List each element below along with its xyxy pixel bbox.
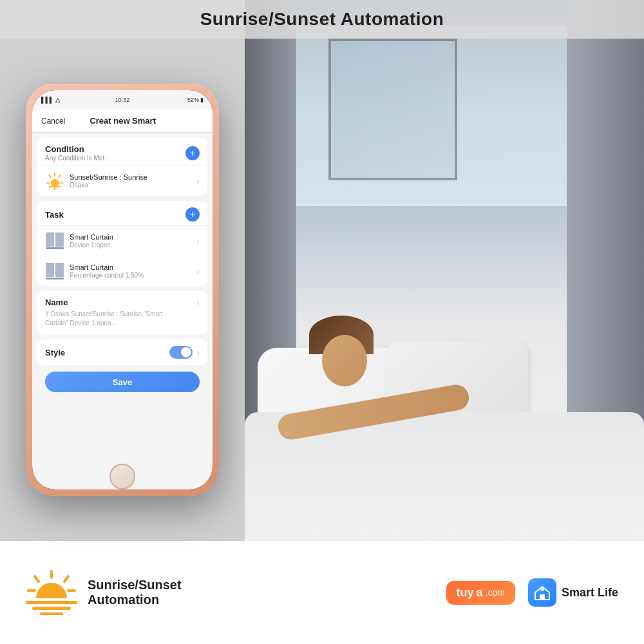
task-card: Task + <box>37 201 207 286</box>
task-chevron-2: › <box>196 266 200 276</box>
status-time: 10:32 <box>115 97 130 103</box>
task-item-2-sub: Percentage control 1:50% <box>70 272 196 279</box>
task-item-2-title: Smart Curtain <box>70 263 196 271</box>
svg-point-22 <box>540 587 544 591</box>
nav-bar: Cancel Creat new Smart <box>32 109 213 133</box>
screen-content: Condition Any Condition Is Met · + <box>32 133 213 404</box>
condition-item-sunrise[interactable]: Sunset/Sunrise : Sunrise Osaka › <box>37 166 207 196</box>
condition-item-sub: Osaka <box>70 182 196 189</box>
svg-rect-13 <box>46 278 64 279</box>
name-value: If Osaka Sunset/Sunrise : Sunrise,"Smart… <box>45 310 187 328</box>
tuya-text: tuy <box>457 586 474 600</box>
condition-item-title: Sunset/Sunrise : Sunrise <box>70 173 196 181</box>
task-header: Task + <box>37 201 207 225</box>
sunrise-icon <box>45 171 64 191</box>
add-condition-button[interactable]: + <box>185 146 200 160</box>
toggle-knob <box>181 347 191 357</box>
chevron-icon: › <box>196 176 200 186</box>
svg-rect-10 <box>46 247 64 249</box>
curtain-icon-1 <box>45 231 64 251</box>
task-chevron-1: › <box>196 236 200 246</box>
style-label: Style <box>45 348 65 357</box>
task-item-1-title: Smart Curtain <box>70 233 196 241</box>
svg-rect-20 <box>32 607 71 610</box>
phone-screen-outer: ▌▌▌ △ 10:32 52% ▮ Cancel Creat new Smart <box>32 90 213 489</box>
bedroom-background <box>245 0 644 541</box>
add-task-button[interactable]: + <box>185 207 200 222</box>
condition-header: Condition Any Condition Is Met · + <box>37 138 207 166</box>
task-item-1[interactable]: Smart Curtain Device 1:open › <box>37 225 207 256</box>
task-item-2-text: Smart Curtain Percentage control 1:50% <box>70 263 196 279</box>
title-bar: Sunrise/Sunset Automation <box>0 0 644 39</box>
name-content: Name If Osaka Sunset/Sunrise : Sunrise,"… <box>45 298 187 328</box>
svg-line-5 <box>49 175 51 177</box>
signal-icon: ▌▌▌ △ <box>41 97 60 103</box>
bedroom-area <box>245 0 644 541</box>
task-title: Task <box>45 210 64 220</box>
svg-rect-8 <box>46 232 54 247</box>
name-section: Name If Osaka Sunset/Sunrise : Sunrise,"… <box>37 291 207 334</box>
tuya-logo: tuy a .com <box>446 581 515 605</box>
svg-rect-21 <box>40 612 63 615</box>
sunrise-text-block: Sunrise/Sunset Automation <box>88 578 182 607</box>
window-area <box>296 26 567 206</box>
status-bar: ▌▌▌ △ 10:32 52% ▮ <box>32 90 213 109</box>
home-button[interactable] <box>109 464 135 489</box>
task-item-1-sub: Device 1:open <box>70 242 196 249</box>
smart-life-icon <box>528 578 556 607</box>
task-item-1-text: Smart Curtain Device 1:open <box>70 233 196 249</box>
top-section: Sunrise/Sunset Automation ▌▌▌ △ 10:32 52… <box>0 0 644 541</box>
left-area: Sunrise/Sunset Automation ▌▌▌ △ 10:32 52… <box>0 0 245 541</box>
condition-title: Condition <box>45 144 108 154</box>
phone-screen[interactable]: Cancel Creat new Smart Condition Any Con… <box>32 109 213 489</box>
svg-point-0 <box>51 179 59 187</box>
sunrise-logo-area: Sunrise/Sunset Automation <box>26 570 182 615</box>
svg-line-16 <box>64 576 68 582</box>
bottom-section: Sunrise/Sunset Automation tuy a .com Sma… <box>0 541 644 644</box>
condition-card: Condition Any Condition Is Met · + <box>37 138 207 196</box>
battery-indicator: 52% ▮ <box>187 97 204 103</box>
style-right: › <box>169 346 200 359</box>
phone-mockup: ▌▌▌ △ 10:32 52% ▮ Cancel Creat new Smart <box>26 84 219 496</box>
brand-logos: tuy a .com Smart Life <box>446 578 618 607</box>
task-title-group: Task <box>45 210 64 220</box>
condition-item-text: Sunset/Sunrise : Sunrise Osaka <box>70 173 196 189</box>
svg-line-15 <box>35 576 39 582</box>
tuya-domain: .com <box>486 587 505 598</box>
person-head <box>322 335 367 386</box>
svg-rect-9 <box>55 232 64 247</box>
svg-line-6 <box>59 175 61 177</box>
style-section: Style › <box>37 339 207 365</box>
smart-life-text: Smart Life <box>562 586 618 600</box>
svg-rect-12 <box>55 263 64 277</box>
name-label: Name <box>45 298 187 307</box>
sunrise-large-icon <box>26 570 77 615</box>
person-sleeping <box>245 219 644 541</box>
svg-rect-7 <box>49 186 61 187</box>
smart-life-logo: Smart Life <box>528 578 618 607</box>
sunrise-text-line1: Sunrise/Sunset <box>88 578 182 592</box>
nav-title: Creat new Smart <box>90 116 156 126</box>
curtain-icon-2 <box>45 261 64 281</box>
condition-title-group: Condition Any Condition Is Met · <box>45 144 108 162</box>
task-item-2[interactable]: Smart Curtain Percentage control 1:50% › <box>37 256 207 286</box>
tuya-a: a <box>477 586 483 600</box>
style-toggle[interactable] <box>169 346 193 359</box>
style-chevron: › <box>196 347 200 357</box>
svg-rect-19 <box>26 601 77 604</box>
window-frame <box>328 39 457 180</box>
condition-subtitle: Any Condition Is Met · <box>45 155 108 162</box>
save-button[interactable]: Save <box>45 372 200 392</box>
page-title: Sunrise/Sunset Automation <box>200 9 444 30</box>
cancel-button[interactable]: Cancel <box>41 117 65 126</box>
svg-rect-11 <box>46 263 54 277</box>
name-chevron: › <box>196 298 200 308</box>
sunrise-text-line2: Automation <box>88 592 182 607</box>
